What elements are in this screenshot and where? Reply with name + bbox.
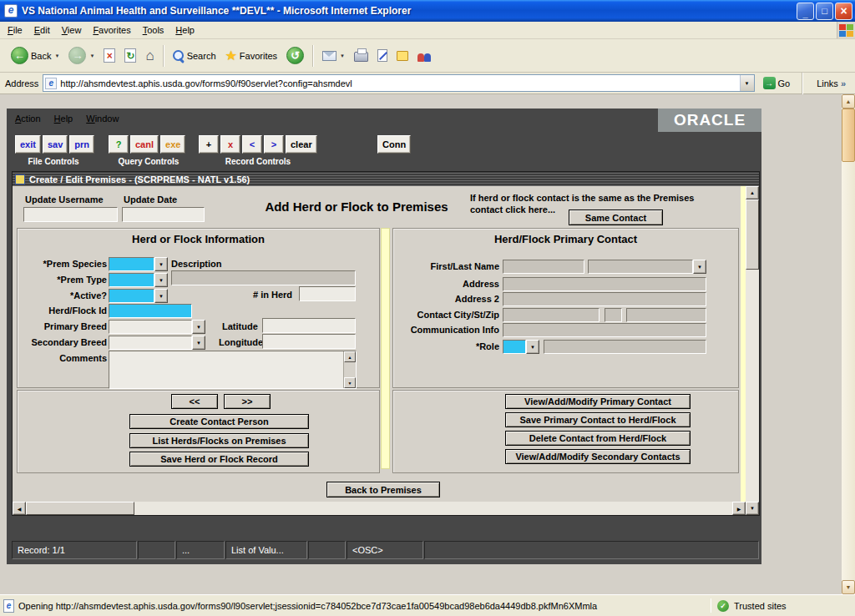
conn-button[interactable]: Conn	[377, 135, 411, 154]
stop-button[interactable]: ×	[99, 43, 119, 69]
minimize-button[interactable]: _	[797, 3, 814, 20]
create-contact-person-button[interactable]: Create Contact Person	[129, 414, 309, 429]
history-button[interactable]: ↺	[282, 43, 308, 69]
role-dropdown[interactable]: ▼	[526, 340, 539, 354]
search-label: Search	[187, 51, 216, 61]
previous-record-button[interactable]: <	[242, 135, 262, 154]
in-herd-field[interactable]	[299, 286, 356, 301]
favorites-button[interactable]: ★ Favorites	[221, 43, 282, 69]
links-button[interactable]: Links »	[811, 78, 852, 88]
last-name-dropdown[interactable]: ▼	[693, 260, 706, 274]
comments-scroll-down[interactable]: ▼	[344, 377, 356, 388]
form-vertical-scroll-thumb[interactable]	[746, 199, 759, 270]
comments-field[interactable]: ▲ ▼	[109, 351, 357, 389]
back-button[interactable]: ← Back ▼	[7, 43, 63, 69]
last-name-field	[588, 260, 693, 274]
page-scroll-down-button[interactable]: ▼	[842, 580, 855, 594]
secondary-breed-field[interactable]	[109, 336, 192, 350]
forms-menu-window[interactable]: Window	[86, 114, 119, 124]
update-username-label: Update Username	[25, 194, 104, 204]
next-record-button[interactable]: >	[264, 135, 284, 154]
comments-scroll-up[interactable]: ▲	[344, 351, 356, 362]
list-herds-flocks-button[interactable]: List Herds/Flocks on Premises	[129, 433, 309, 448]
active-dropdown[interactable]: ▼	[154, 289, 168, 303]
forward-dropdown-icon[interactable]: ▼	[89, 53, 94, 58]
secondary-breed-label: Secondary Breed	[15, 337, 107, 347]
forward-button[interactable]: → ▼	[64, 43, 99, 69]
maximize-button[interactable]: □	[816, 3, 833, 20]
statusbar-separator	[711, 598, 711, 613]
update-username-field[interactable]	[23, 207, 118, 222]
first-last-name-label: First/Last Name	[387, 261, 499, 271]
cancel-query-button[interactable]: canl	[130, 135, 159, 154]
add-record-button[interactable]: +	[199, 135, 219, 154]
close-button[interactable]: ×	[835, 3, 852, 20]
print-form-button[interactable]: prn	[69, 135, 94, 154]
address-dropdown[interactable]: ▼	[740, 75, 754, 91]
secondary-breed-dropdown[interactable]: ▼	[192, 336, 205, 350]
form-scroll-up-button[interactable]: ▲	[746, 186, 759, 199]
toolbar-separator	[163, 45, 164, 67]
prem-species-field[interactable]	[109, 257, 154, 271]
menu-tools[interactable]: Tools	[137, 23, 170, 37]
page-scroll-up-button[interactable]: ▲	[842, 94, 855, 109]
messenger-button[interactable]	[413, 43, 435, 69]
forms-menu-help[interactable]: Help	[54, 114, 73, 124]
menu-edit[interactable]: Edit	[28, 23, 56, 37]
delete-contact-button[interactable]: Delete Contact from Herd/Flock	[505, 431, 691, 446]
prem-type-dropdown[interactable]: ▼	[154, 273, 168, 287]
next-herd-button[interactable]: >>	[224, 394, 271, 409]
clear-record-button[interactable]: clear	[286, 135, 317, 154]
form-horizontal-scrollbar[interactable]: ◀ ▶	[13, 502, 746, 515]
primary-breed-field[interactable]	[109, 320, 192, 334]
browser-page: Action Help Window ORACLE exit sav prn F…	[0, 94, 855, 594]
prem-type-field[interactable]	[109, 273, 154, 287]
history-icon: ↺	[286, 47, 304, 64]
view-add-modify-secondary-contacts-button[interactable]: View/Add/Modify Secondary Contacts	[505, 449, 691, 464]
view-add-modify-primary-contact-button[interactable]: View/Add/Modify Primary Contact	[505, 394, 691, 409]
edit-button[interactable]	[373, 43, 392, 69]
address-input[interactable]: e http://ahsmdevtest.aphis.usda.gov/form…	[43, 74, 754, 92]
form-scroll-right-button[interactable]: ▶	[732, 502, 746, 515]
print-button[interactable]	[350, 43, 372, 69]
remove-record-button[interactable]: x	[220, 135, 240, 154]
latitude-field[interactable]	[262, 318, 356, 333]
longitude-field[interactable]	[262, 334, 356, 349]
mail-dropdown-icon[interactable]: ▼	[340, 53, 345, 58]
form-scroll-left-button[interactable]: ◀	[13, 502, 26, 515]
refresh-button[interactable]: ↻	[120, 43, 140, 69]
search-button[interactable]: Search	[169, 43, 220, 69]
menu-file[interactable]: File	[2, 23, 28, 37]
home-button[interactable]: ⌂	[141, 43, 158, 69]
save-primary-contact-button[interactable]: Save Primary Contact to Herd/Flock	[505, 412, 691, 427]
discuss-button[interactable]	[392, 43, 412, 69]
mail-button[interactable]: ▼	[318, 43, 349, 69]
contact-address2-field	[503, 292, 706, 306]
execute-query-button[interactable]: exe	[160, 135, 185, 154]
menu-view[interactable]: View	[56, 23, 88, 37]
save-button[interactable]: sav	[43, 135, 68, 154]
page-scroll-thumb[interactable]	[842, 109, 855, 162]
page-vertical-scrollbar[interactable]: ▲ ▼	[842, 94, 855, 594]
update-date-field[interactable]	[122, 207, 205, 222]
back-to-premises-button[interactable]: Back to Premises	[326, 482, 440, 497]
herd-flock-id-field[interactable]	[109, 304, 192, 318]
save-herd-record-button[interactable]: Save Herd or Flock Record	[129, 452, 309, 467]
forms-menu-action[interactable]: Action	[15, 114, 41, 124]
back-dropdown-icon[interactable]: ▼	[54, 53, 59, 58]
query-help-button[interactable]: ?	[109, 135, 129, 154]
same-contact-button[interactable]: Same Contact	[569, 210, 663, 225]
role-field[interactable]	[503, 340, 526, 354]
menu-favorites[interactable]: Favorites	[87, 23, 136, 37]
primary-breed-dropdown[interactable]: ▼	[192, 320, 205, 334]
form-scroll-down-button[interactable]: ▼	[746, 502, 759, 515]
exit-button[interactable]: exit	[15, 135, 41, 154]
active-field[interactable]	[109, 289, 154, 303]
menu-help[interactable]: Help	[169, 23, 200, 37]
go-button[interactable]: → Go	[759, 74, 795, 93]
form-horizontal-scroll-thumb[interactable]	[26, 502, 134, 515]
form-vertical-scrollbar[interactable]: ▲ ▼	[746, 186, 759, 515]
prem-species-dropdown[interactable]: ▼	[154, 257, 168, 271]
forms-window-titlebar[interactable]: Create / Edit Premises - (SCRPREMS - NAT…	[13, 172, 759, 186]
previous-herd-button[interactable]: <<	[171, 394, 218, 409]
